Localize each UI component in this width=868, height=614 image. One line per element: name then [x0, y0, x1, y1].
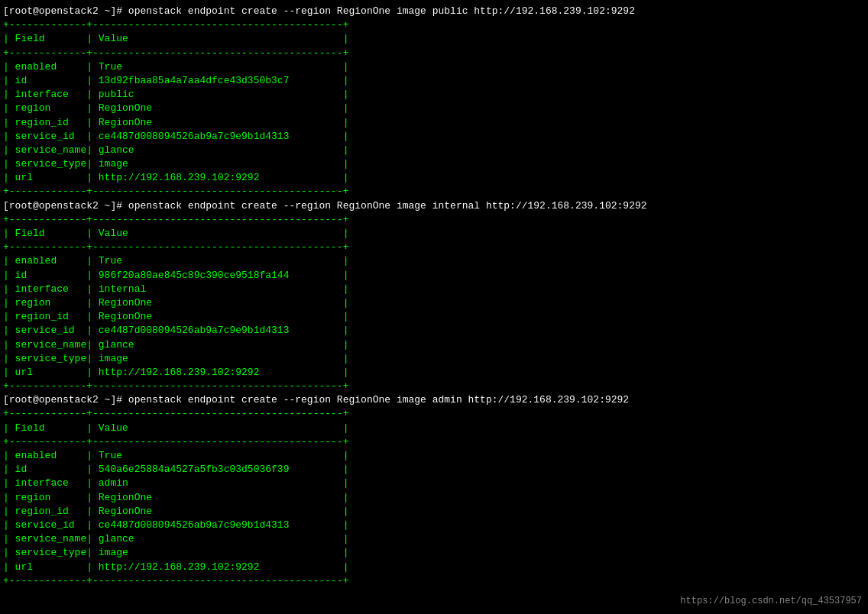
terminal-command: [root@openstack2 ~]# openstack endpoint … [3, 200, 647, 212]
terminal-command: [root@openstack2 ~]# openstack endpoint … [3, 5, 635, 17]
table-line: | region | RegionOne | [3, 492, 348, 503]
table-line: | service_type| image | [3, 353, 348, 364]
table-line: | service_id | ce4487d008094526ab9a7c9e9… [3, 325, 348, 336]
table-line: | id | 13d92fbaa85a4a7aa4dfce43d350b3c7 … [3, 75, 348, 86]
table-line: | id | 540a6e25884a4527a5fb3c03d5036f39 … [3, 464, 348, 475]
terminal-window: [root@openstack2 ~]# openstack endpoint … [0, 3, 868, 590]
table-line: | region_id | RegionOne | [3, 506, 348, 517]
table-line: | url | http://192.168.239.102:9292 | [3, 561, 348, 573]
table-line: +-------------+-------------------------… [3, 47, 348, 59]
table-line: | service_id | ce4487d008094526ab9a7c9e9… [3, 519, 348, 531]
table-line: | enabled | True | [3, 255, 348, 267]
table-line: +-------------+-------------------------… [3, 408, 348, 419]
table-line: +-------------+-------------------------… [3, 19, 348, 31]
table-line: +-------------+-------------------------… [3, 241, 348, 253]
table-line: | enabled | True | [3, 61, 348, 73]
table-line: | service_name| glance | [3, 339, 348, 351]
table-line: +-------------+-------------------------… [3, 186, 348, 197]
terminal-command: [root@openstack2 ~]# openstack endpoint … [3, 394, 629, 406]
table-line: | interface | admin | [3, 477, 348, 489]
table-line: | service_id | ce4487d008094526ab9a7c9e9… [3, 131, 348, 142]
table-line: | region | RegionOne | [3, 297, 348, 309]
table-line: | service_type| image | [3, 547, 348, 558]
table-line: +-------------+-------------------------… [3, 436, 348, 448]
table-line: | interface | public | [3, 89, 348, 100]
table-line: | Field | Value | [3, 33, 348, 44]
table-line: | region_id | RegionOne | [3, 117, 348, 128]
table-line: +-------------+-------------------------… [3, 380, 348, 392]
table-line: +-------------+-------------------------… [3, 575, 348, 587]
table-line: | id | 986f20a80ae845c89c390ce9518fa144 … [3, 270, 348, 281]
table-line: | enabled | True | [3, 450, 348, 461]
table-line: | url | http://192.168.239.102:9292 | [3, 367, 348, 378]
table-line: | url | http://192.168.239.102:9292 | [3, 172, 348, 183]
table-line: | Field | Value | [3, 228, 348, 239]
table-line: +-------------+-------------------------… [3, 214, 348, 225]
watermark: https://blog.csdn.net/qq_43537957 [680, 595, 862, 608]
table-line: | Field | Value | [3, 422, 348, 434]
table-line: | region | RegionOne | [3, 102, 348, 114]
table-line: | interface | internal | [3, 283, 348, 295]
table-line: | service_type| image | [3, 158, 348, 170]
table-line: | service_name| glance | [3, 144, 348, 156]
table-line: | service_name| glance | [3, 533, 348, 545]
table-line: | region_id | RegionOne | [3, 311, 348, 322]
